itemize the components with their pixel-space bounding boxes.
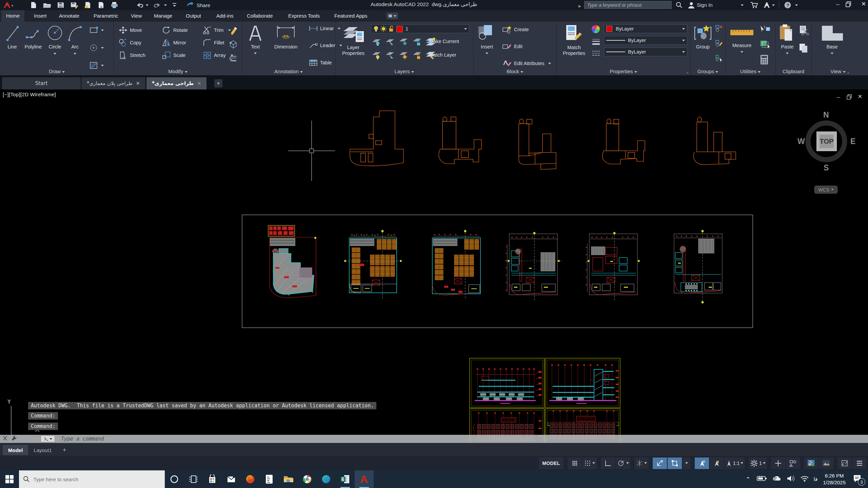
save-as-icon[interactable] xyxy=(70,2,78,8)
section-sheet-2[interactable] xyxy=(545,358,620,408)
floor-plan-4[interactable] xyxy=(505,232,562,302)
firefox-icon[interactable] xyxy=(241,470,260,488)
dimension-button[interactable]: Dimension xyxy=(267,24,304,50)
language-indicator[interactable]: فا xyxy=(814,476,818,482)
viewcube-west[interactable]: W xyxy=(797,137,805,146)
workspace-switching-button[interactable]: 1 xyxy=(749,458,767,469)
floor-plan-2[interactable] xyxy=(344,230,402,298)
window-restore-button[interactable] xyxy=(846,1,852,9)
annotation-visibility-button[interactable] xyxy=(695,458,709,469)
layer-isolate-icon[interactable] xyxy=(384,37,395,46)
select-similar-icon[interactable] xyxy=(759,39,771,51)
file-tab-active[interactable]: طراحی معماری*✕ xyxy=(146,77,206,89)
close-icon[interactable]: ✕ xyxy=(197,81,201,86)
erase-icon[interactable] xyxy=(228,25,238,37)
taskbar-search[interactable] xyxy=(19,470,165,488)
redo-icon[interactable] xyxy=(153,2,162,8)
edit-attributes-button[interactable]: Edit Attributes xyxy=(502,59,551,68)
tab-annotate[interactable]: Annotate xyxy=(54,10,84,22)
floor-plan-5[interactable] xyxy=(586,232,640,302)
layer-on-tool-icon[interactable] xyxy=(371,50,382,60)
viewport-view-control[interactable]: [Top] xyxy=(9,92,20,97)
customization-menu-button[interactable] xyxy=(852,458,867,469)
chrome-icon[interactable] xyxy=(298,470,317,488)
cad-canvas[interactable] xyxy=(0,89,868,443)
doc-close-button[interactable]: ✕ xyxy=(858,94,862,100)
floor-plan-3[interactable] xyxy=(432,230,480,300)
layer-match-arrow-icon[interactable] xyxy=(384,50,395,60)
circle-dropdown-icon[interactable] xyxy=(54,53,56,55)
group-button[interactable]: Group xyxy=(692,24,713,50)
line-button[interactable]: Line xyxy=(3,24,21,50)
isolate-objects-button[interactable] xyxy=(786,458,800,469)
layer-lock-tool-icon[interactable] xyxy=(412,37,422,46)
tab-home[interactable]: Home xyxy=(1,10,24,22)
isometric-drafting-button[interactable] xyxy=(634,458,649,469)
help-dropdown-icon[interactable] xyxy=(795,4,798,6)
circle-button[interactable]: Circle xyxy=(45,24,64,56)
task-view-icon[interactable] xyxy=(184,470,203,488)
panel-label-groups[interactable]: Groups xyxy=(690,68,725,74)
osnap-dropdown[interactable] xyxy=(683,458,691,469)
tab-collaborate[interactable]: Collaborate xyxy=(242,10,278,22)
building-outline-3[interactable] xyxy=(519,119,556,169)
building-outline-5[interactable] xyxy=(694,117,736,165)
viewport-minus-control[interactable]: [−] xyxy=(3,92,9,97)
insert-button[interactable]: Insert xyxy=(476,24,498,56)
search-icon[interactable] xyxy=(675,1,683,10)
doc-minimize-button[interactable]: – xyxy=(837,94,840,101)
qat-customize-icon[interactable] xyxy=(172,2,177,8)
volume-icon[interactable] xyxy=(787,475,795,483)
cut-icon[interactable] xyxy=(798,25,809,37)
file-explorer-icon[interactable] xyxy=(279,470,298,488)
arc-dropdown-icon[interactable] xyxy=(74,53,76,55)
polar-tracking-button[interactable] xyxy=(616,458,630,469)
app-dropdown-icon[interactable] xyxy=(772,4,775,6)
trim-button[interactable]: Trim xyxy=(202,26,231,35)
table-button[interactable]: Table xyxy=(309,59,332,66)
rotate-button[interactable]: Rotate xyxy=(162,26,188,35)
measure-button[interactable]: Measure xyxy=(727,24,756,55)
snap-mode-button[interactable] xyxy=(583,458,597,469)
ribbon-minimize-button[interactable] xyxy=(387,13,398,19)
viewcube-north[interactable]: N xyxy=(823,110,829,120)
text-dropdown-icon[interactable] xyxy=(254,53,257,54)
wrench-icon[interactable] xyxy=(11,435,18,443)
lineweight-combo[interactable]: ByLayer xyxy=(604,36,687,45)
panel-label-layers[interactable]: Layers xyxy=(335,68,473,74)
autodesk-app-icon[interactable] xyxy=(763,1,770,10)
window-minimize-button[interactable]: – xyxy=(833,1,843,9)
panel-label-view[interactable]: View ⌟ xyxy=(811,68,868,74)
group-select-icon[interactable] xyxy=(715,54,724,64)
rectangle-tool-button[interactable] xyxy=(89,26,104,35)
keyword-search-input[interactable] xyxy=(584,1,672,9)
graphics-performance-button[interactable] xyxy=(804,458,818,469)
floor-plan-6[interactable] xyxy=(674,230,722,304)
base-dropdown-icon[interactable] xyxy=(831,53,833,54)
battery-icon[interactable] xyxy=(757,475,767,483)
publish-icon[interactable] xyxy=(97,2,105,8)
base-button[interactable]: Base xyxy=(817,24,847,56)
print-icon[interactable] xyxy=(111,2,119,8)
file-tab-plan[interactable]: طراحی پلان معماری*✕ xyxy=(81,77,145,89)
model-space-viewport[interactable]: [−][Top][2D Wireframe] – ✕ N W E S TOP W… xyxy=(0,89,868,443)
panel-label-modify[interactable]: Modify xyxy=(114,68,242,74)
donut-tool-button[interactable] xyxy=(89,43,104,52)
new-layout-button[interactable]: + xyxy=(57,445,72,455)
layout1-tab[interactable]: Layout1 xyxy=(28,445,57,455)
tab-parametric[interactable]: Parametric xyxy=(89,10,123,22)
floor-plan-1[interactable] xyxy=(268,225,316,298)
viewport-style-control[interactable]: [2D Wireframe] xyxy=(20,92,56,97)
annotation-scale-button[interactable]: 1:1 xyxy=(725,458,745,469)
copy-clip-icon[interactable] xyxy=(798,43,809,55)
osnap-tracking-button[interactable] xyxy=(653,458,667,469)
microsoft-store-icon[interactable] xyxy=(203,470,222,488)
file-tab-start[interactable]: Start xyxy=(2,77,81,89)
signin-button[interactable]: Sign In xyxy=(697,2,713,8)
signin-dropdown-icon[interactable] xyxy=(741,4,744,6)
object-snap-button[interactable] xyxy=(668,458,682,469)
panel-label-draw[interactable]: Draw xyxy=(0,68,114,74)
tab-insert[interactable]: Insert xyxy=(29,10,52,22)
new-tab-button[interactable]: + xyxy=(214,79,222,87)
panel-label-clipboard[interactable]: Clipboard xyxy=(775,68,811,74)
